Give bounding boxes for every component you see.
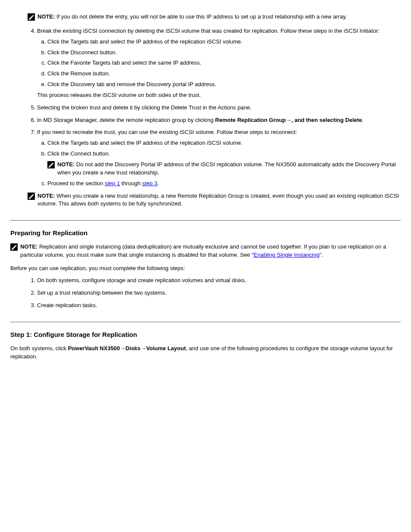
step-4b: Click the Disconnect button. — [47, 49, 401, 57]
step-6-a: In MD Storage Manager, delete the remote… — [37, 117, 215, 123]
note-block-1: NOTE: If you do not delete the entry, yo… — [28, 13, 401, 21]
heading-step1: Step 1: Configure Storage for Replicatio… — [10, 330, 401, 339]
prep-steps: On both systems, configure storage and c… — [28, 277, 401, 310]
note-icon — [10, 243, 18, 251]
heading-preparing: Preparing for Replication — [10, 228, 401, 238]
note-icon — [28, 193, 35, 200]
step-6-b: Remote Replication Group — [215, 117, 286, 123]
note-icon — [28, 13, 35, 21]
note-7b-text: NOTE: Do not add the Discovery Portal IP… — [57, 161, 401, 177]
step1-intro: On both systems, click PowerVault NX3500… — [10, 345, 401, 361]
step-5: Selecting the broken trust and delete it… — [37, 104, 401, 112]
step-6-d: Delete — [345, 117, 362, 123]
link-step3[interactable]: step 3 — [142, 180, 157, 187]
note-label: NOTE: — [20, 243, 37, 250]
note-label: NOTE: — [37, 13, 55, 20]
prep-intro: Before you can use replication, you must… — [10, 264, 401, 273]
note-text-1: NOTE: If you do not delete the entry, yo… — [37, 13, 401, 21]
step-4d: Click the Remove button. — [47, 70, 401, 78]
step-7: If you need to recreate the trust, you c… — [37, 128, 401, 187]
note-body-b: ". — [320, 252, 323, 258]
link-step1[interactable]: step 1 — [105, 180, 120, 187]
step-6: In MD Storage Manager, delete the remote… — [37, 116, 401, 124]
step-7b: Click the Connect button. NOTE: Do not a… — [47, 150, 401, 177]
note-block-2: NOTE: When you create a new trust relati… — [28, 192, 401, 208]
step-7c-b: . — [157, 180, 159, 187]
note-label: NOTE: — [57, 161, 75, 168]
note-text-2: NOTE: When you create a new trust relati… — [37, 192, 401, 208]
divider-2 — [10, 322, 401, 322]
note-body-a: Replication and single instancing (data … — [20, 243, 386, 258]
note-icon — [47, 161, 55, 168]
step-7c: Proceed to the section step 1 through st… — [47, 180, 401, 188]
step-6-c: , and then selecting — [291, 117, 345, 123]
link-single-instancing[interactable]: Enabling Single Instancing — [254, 252, 320, 258]
prep-step-2: Set up a trust relationship between the … — [37, 289, 401, 297]
step1-intro-b: PowerVault NX3500 — [68, 345, 120, 352]
prep-step-1: On both systems, configure storage and c… — [37, 277, 401, 285]
step-4-substeps: Click the Targets tab and select the IP … — [37, 38, 401, 89]
step-4a: Click the Targets tab and select the IP … — [47, 38, 401, 46]
step-4e: Click the Discovery tab and remove the D… — [47, 81, 401, 89]
note-text-3: NOTE: Replication and single instancing … — [20, 243, 401, 259]
note-body: If you do not delete the entry, you will… — [56, 13, 347, 20]
step-7a: Click the Targets tab and select the IP … — [47, 139, 401, 147]
step-4-text-a: Break the existing iSCSI connection by d… — [37, 28, 380, 34]
note-body: Do not add the Discovery Portal IP addre… — [57, 161, 396, 176]
step-7c-a: Proceed to the section — [47, 180, 105, 187]
prep-step-3: Create replication tasks. — [37, 302, 401, 310]
prep-steps-wrap: On both systems, configure storage and c… — [28, 277, 401, 310]
step-4: Break the existing iSCSI connection by d… — [37, 27, 401, 100]
step-7c-mid: through — [120, 180, 142, 187]
note-body: When you create a new trust relationship… — [37, 193, 399, 207]
step-4c: Click the Favorite Targets tab and selec… — [47, 59, 401, 67]
steps-list: Break the existing iSCSI connection by d… — [28, 27, 401, 188]
arrow-icon: → — [286, 117, 291, 123]
note-block-3: NOTE: Replication and single instancing … — [10, 243, 401, 259]
arrow-icon: → — [120, 345, 125, 352]
step-6-e: . — [362, 117, 364, 123]
note-label: NOTE: — [37, 193, 55, 199]
step1-intro-a: On both systems, click — [10, 345, 68, 352]
note-block-7b: NOTE: Do not add the Discovery Portal IP… — [47, 161, 401, 177]
step-7-substeps: Click the Targets tab and select the IP … — [37, 139, 401, 187]
arrow-icon: → — [140, 345, 146, 352]
steps-section-a: Break the existing iSCSI connection by d… — [28, 27, 401, 188]
step-4-text-b: This process releases the iSCSI volume o… — [37, 91, 401, 100]
step1-intro-d: Volume Layout — [146, 345, 186, 352]
step1-intro-c: Disks — [125, 345, 140, 352]
divider-1 — [10, 220, 401, 221]
